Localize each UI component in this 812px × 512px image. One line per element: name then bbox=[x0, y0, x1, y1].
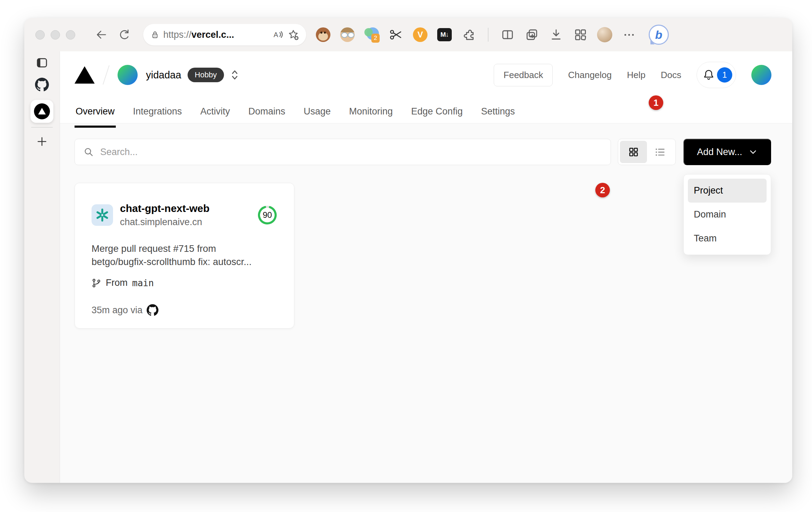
annotation-step-1: 1 bbox=[649, 95, 663, 110]
tab-edge-config[interactable]: Edge Config bbox=[410, 106, 464, 128]
refresh-icon bbox=[118, 28, 130, 41]
extension-bar: 2 V M↓ bbox=[315, 25, 669, 45]
tampermonkey-extension-icon[interactable] bbox=[315, 27, 331, 43]
list-view-icon bbox=[654, 146, 666, 158]
read-aloud-icon[interactable]: A bbox=[272, 29, 283, 40]
scissors-extension-icon[interactable] bbox=[388, 27, 404, 43]
tab-usage[interactable]: Usage bbox=[303, 106, 332, 128]
vercel-dashboard: yidadaa Hobby Feedback Changelog Help Do… bbox=[60, 51, 792, 483]
team-switcher-button[interactable] bbox=[230, 69, 240, 81]
latest-commit-message[interactable]: Merge pull request #715 from betgo/bugfi… bbox=[92, 242, 277, 268]
new-tab-button[interactable] bbox=[36, 135, 48, 148]
view-toggle bbox=[618, 139, 676, 165]
minimize-window-button[interactable] bbox=[51, 30, 60, 40]
grid-view-button[interactable] bbox=[620, 141, 647, 163]
bing-icon: b bbox=[655, 28, 663, 42]
grid-view-icon bbox=[627, 146, 640, 158]
plan-badge: Hobby bbox=[188, 68, 224, 82]
deployment-meta: 35m ago via bbox=[92, 304, 277, 316]
favorite-star-icon[interactable] bbox=[287, 29, 299, 41]
search-icon bbox=[83, 146, 94, 157]
annotation-step-2: 2 bbox=[595, 183, 610, 197]
browser-window: https://vercel.c... A 2 bbox=[24, 18, 792, 483]
notifications-button[interactable]: 1 bbox=[697, 62, 736, 88]
speed-insights-score[interactable]: 90 bbox=[257, 205, 277, 225]
project-card[interactable]: chat-gpt-next-web chat.simplenaive.cn 90… bbox=[75, 183, 294, 328]
ellipsis-icon bbox=[624, 34, 634, 36]
widgets-grid-icon bbox=[573, 28, 587, 42]
tab-integrations[interactable]: Integrations bbox=[132, 106, 183, 128]
menu-item-project[interactable]: Project bbox=[688, 179, 767, 203]
extensions-menu-button[interactable] bbox=[461, 27, 477, 43]
bell-icon bbox=[702, 68, 716, 82]
tab-domains[interactable]: Domains bbox=[247, 106, 286, 128]
sidebar-pane-toggle[interactable] bbox=[35, 56, 49, 69]
svg-text:A: A bbox=[274, 31, 278, 39]
search-input[interactable] bbox=[100, 147, 602, 157]
zoom-window-button[interactable] bbox=[66, 30, 75, 40]
feedback-button[interactable]: Feedback bbox=[494, 64, 553, 86]
project-domain[interactable]: chat.simplenaive.cn bbox=[120, 217, 209, 228]
markdown-extension-icon[interactable]: M↓ bbox=[437, 27, 452, 43]
vercel-logo[interactable] bbox=[75, 66, 95, 84]
bing-chat-button[interactable]: b bbox=[649, 25, 669, 45]
projects-toolbar: Add New... bbox=[75, 139, 771, 165]
dashboard-header: yidadaa Hobby Feedback Changelog Help Do… bbox=[60, 51, 792, 123]
git-branch-icon bbox=[92, 278, 101, 288]
downloads-button[interactable] bbox=[548, 27, 564, 43]
help-link[interactable]: Help bbox=[627, 70, 645, 80]
sidebar-divider bbox=[31, 127, 53, 128]
translate-badge: 2 bbox=[371, 34, 380, 43]
side-panel-icon bbox=[35, 56, 49, 69]
plus-icon bbox=[36, 135, 48, 148]
browser-profile-avatar[interactable] bbox=[597, 27, 613, 43]
openai-logo-icon bbox=[95, 207, 110, 223]
collections-icon bbox=[525, 28, 539, 42]
score-value: 90 bbox=[257, 205, 277, 225]
desktop: https://vercel.c... A 2 bbox=[0, 0, 812, 512]
tab-activity[interactable]: Activity bbox=[199, 106, 231, 128]
user-avatar[interactable] bbox=[751, 65, 771, 85]
team-avatar[interactable] bbox=[118, 65, 138, 85]
address-bar[interactable]: https://vercel.c... A bbox=[143, 24, 306, 45]
avatar-extension-icon[interactable] bbox=[339, 27, 355, 43]
github-icon bbox=[35, 78, 49, 92]
tab-settings[interactable]: Settings bbox=[480, 106, 516, 128]
list-view-button[interactable] bbox=[647, 141, 674, 163]
v-extension-icon[interactable]: V bbox=[412, 27, 428, 43]
vertical-tabs-sidebar bbox=[24, 51, 60, 483]
menu-item-team[interactable]: Team bbox=[688, 227, 767, 250]
tab-monitoring[interactable]: Monitoring bbox=[348, 106, 394, 128]
branch-name: main bbox=[132, 278, 154, 288]
branch-row: From main bbox=[92, 278, 277, 288]
back-arrow-icon bbox=[95, 28, 107, 41]
back-button[interactable] bbox=[93, 27, 109, 43]
toolbar-divider bbox=[488, 28, 489, 42]
window-controls bbox=[35, 30, 75, 40]
tab-vercel-active[interactable] bbox=[31, 100, 53, 123]
tab-overview[interactable]: Overview bbox=[75, 106, 116, 128]
split-screen-icon bbox=[501, 28, 515, 42]
tab-github[interactable] bbox=[35, 78, 49, 92]
refresh-button[interactable] bbox=[116, 27, 132, 43]
search-box[interactable] bbox=[75, 139, 611, 165]
project-favicon bbox=[92, 204, 113, 226]
translate-extension-icon[interactable]: 2 bbox=[364, 27, 380, 43]
scissors-icon bbox=[389, 28, 403, 42]
vercel-tab-icon bbox=[34, 103, 50, 119]
team-name[interactable]: yidadaa bbox=[146, 69, 181, 81]
menu-item-domain[interactable]: Domain bbox=[688, 203, 767, 227]
widgets-button[interactable] bbox=[572, 27, 588, 43]
up-down-chevrons-icon bbox=[230, 69, 240, 81]
split-screen-button[interactable] bbox=[500, 27, 516, 43]
changelog-link[interactable]: Changelog bbox=[568, 70, 612, 80]
breadcrumb-slash bbox=[103, 65, 110, 85]
close-window-button[interactable] bbox=[35, 30, 45, 40]
project-name[interactable]: chat-gpt-next-web bbox=[120, 203, 209, 214]
notification-count-badge: 1 bbox=[717, 67, 732, 83]
docs-link[interactable]: Docs bbox=[661, 70, 681, 80]
github-icon bbox=[147, 304, 158, 316]
add-new-button[interactable]: Add New... bbox=[683, 139, 771, 165]
collections-button[interactable] bbox=[524, 27, 540, 43]
more-menu-button[interactable] bbox=[621, 27, 637, 43]
